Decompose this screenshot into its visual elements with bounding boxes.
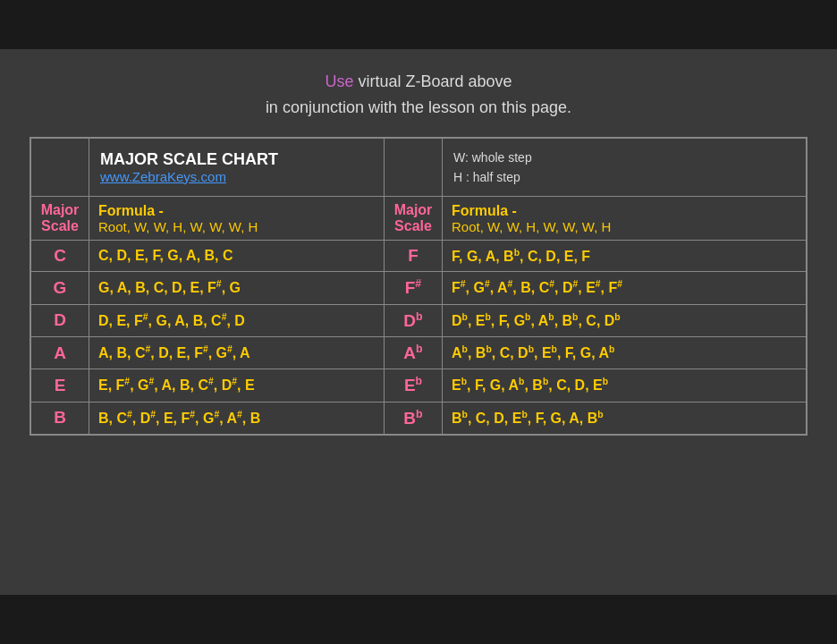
table-row: A A, B, C#, D, E, F#, G#, A Ab Ab, Bb, C…	[31, 337, 807, 369]
key-bb: Bb	[385, 402, 443, 434]
chart-link[interactable]: www.ZebraKeys.com	[100, 169, 373, 184]
table-row: G G, A, B, C, D, E, F#, G F# F#, G#, A#,…	[31, 272, 807, 304]
key-a: A	[31, 337, 89, 369]
header-line2: in conjunction with the lesson on this p…	[266, 95, 571, 121]
left-formula-value: Root, W, W, H, W, W, W, H	[98, 219, 375, 234]
legend-cell: W: whole step H : half step	[443, 138, 807, 197]
bottom-bar	[0, 595, 837, 644]
right-formula-label: Formula -	[452, 203, 797, 219]
header-line1: virtual Z-Board above	[358, 72, 512, 90]
scale-db: Db, Eb, F, Gb, Ab, Bb, C, Db	[443, 304, 807, 336]
right-formula-cell: Formula - Root, W, W, H, W, W, W, H	[443, 197, 807, 241]
key-c: C	[31, 241, 89, 272]
right-formula-value: Root, W, W, H, W, W, W, H	[452, 219, 797, 234]
table-row: E E, F#, G#, A, B, C#, D#, E Eb Eb, F, G…	[31, 369, 807, 402]
major-scale-table: MAJOR SCALE CHART www.ZebraKeys.com W: w…	[30, 138, 807, 435]
header-empty-middle	[385, 138, 443, 197]
key-d: D	[31, 304, 89, 336]
scale-g: G, A, B, C, D, E, F#, G	[89, 272, 385, 304]
left-formula-label: Formula -	[98, 203, 375, 219]
key-db: Db	[385, 304, 443, 336]
header-empty-left	[31, 138, 89, 197]
chart-title-cell: MAJOR SCALE CHART www.ZebraKeys.com	[89, 138, 385, 197]
scale-e: E, F#, G#, A, B, C#, D#, E	[89, 369, 385, 402]
key-g: G	[31, 272, 89, 304]
key-e: E	[31, 369, 89, 402]
scale-c: C, D, E, F, G, A, B, C	[89, 241, 385, 272]
left-formula-cell: Formula - Root, W, W, H, W, W, W, H	[89, 197, 385, 241]
chart-container: MAJOR SCALE CHART www.ZebraKeys.com W: w…	[30, 137, 807, 436]
header-row: MAJOR SCALE CHART www.ZebraKeys.com W: w…	[31, 138, 807, 197]
key-b: B	[31, 402, 89, 434]
scale-bb: Bb, C, D, Eb, F, G, A, Bb	[443, 402, 807, 434]
key-eb: Eb	[385, 369, 443, 402]
formula-row: MajorScale Formula - Root, W, W, H, W, W…	[31, 197, 807, 241]
chart-title: MAJOR SCALE CHART	[100, 150, 373, 169]
key-fsharp: F#	[385, 272, 443, 304]
table-row: B B, C#, D#, E, F#, G#, A#, B Bb Bb, C, …	[31, 402, 807, 434]
scale-fsharp: F#, G#, A#, B, C#, D#, E#, F#	[443, 272, 807, 304]
top-bar	[0, 0, 837, 49]
scale-a: A, B, C#, D, E, F#, G#, A	[89, 337, 385, 369]
header-text: Use virtual Z-Board above in conjunction…	[266, 49, 571, 137]
scale-d: D, E, F#, G, A, B, C#, D	[89, 304, 385, 336]
scale-b: B, C#, D#, E, F#, G#, A#, B	[89, 402, 385, 434]
use-word: Use	[325, 72, 353, 90]
legend-w: W: whole step	[453, 148, 795, 167]
legend-h: H : half step	[453, 167, 795, 187]
scale-eb: Eb, F, G, Ab, Bb, C, D, Eb	[443, 369, 807, 402]
scale-f: F, G, A, Bb, C, D, E, F	[443, 241, 807, 272]
key-f: F	[385, 241, 443, 272]
key-ab: Ab	[385, 337, 443, 369]
scale-ab: Ab, Bb, C, Db, Eb, F, G, Ab	[443, 337, 807, 369]
table-row: C C, D, E, F, G, A, B, C F F, G, A, Bb, …	[31, 241, 807, 272]
right-major-scale-header: MajorScale	[385, 197, 443, 241]
table-row: D D, E, F#, G, A, B, C#, D Db Db, Eb, F,…	[31, 304, 807, 336]
left-major-scale-header: MajorScale	[31, 197, 89, 241]
